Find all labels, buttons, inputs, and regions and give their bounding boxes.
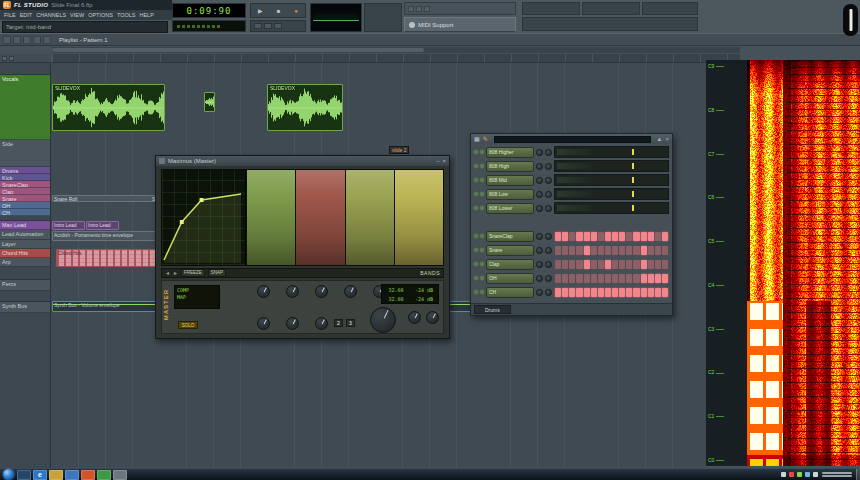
start-button[interactable] (3, 469, 14, 480)
step-cell[interactable] (626, 246, 632, 255)
track-header[interactable]: Lead Automation (0, 230, 50, 240)
playlist-clip[interactable]: Snare Roll Sna (52, 195, 164, 202)
step-area[interactable] (554, 286, 669, 298)
channel-led[interactable] (474, 178, 478, 182)
step-cell[interactable] (662, 246, 668, 255)
close-icon[interactable]: × (442, 158, 446, 164)
pan-knob[interactable] (536, 205, 543, 212)
step-cell[interactable] (576, 246, 582, 255)
playlist-clip[interactable]: Intro Lead (52, 221, 85, 230)
step-cell[interactable] (619, 274, 625, 283)
mid-gain-knob[interactable] (286, 317, 299, 330)
horizontal-scrollbar[interactable] (52, 47, 740, 53)
record-button[interactable]: ● (294, 8, 298, 14)
pan-knob[interactable] (536, 191, 543, 198)
step-cell[interactable] (655, 288, 661, 297)
volume-knob[interactable] (545, 275, 552, 282)
step-cell[interactable] (648, 288, 654, 297)
step-cell[interactable] (648, 246, 654, 255)
step-cell[interactable] (555, 274, 561, 283)
menu-item[interactable]: FILE (4, 12, 16, 18)
playlist-clip[interactable]: Intro Lead (86, 221, 119, 230)
step-cell[interactable] (619, 288, 625, 297)
step-cell[interactable] (641, 288, 647, 297)
step-cell[interactable] (598, 274, 604, 283)
band-meter[interactable] (346, 170, 394, 265)
step-cell[interactable] (626, 274, 632, 283)
tray-icon[interactable] (781, 472, 786, 477)
shortcut-panel-2[interactable] (582, 2, 640, 15)
edit-icon[interactable]: ✎ (483, 136, 488, 142)
maximus-titlebar[interactable]: Maximus (Master) – × (156, 156, 449, 166)
saturation-knob[interactable] (408, 311, 421, 324)
step-cell[interactable] (584, 260, 590, 269)
ratio-chip-2[interactable]: 2 (334, 319, 343, 327)
step-cell[interactable] (598, 232, 604, 241)
step-cell[interactable] (576, 232, 582, 241)
pan-knob[interactable] (536, 289, 543, 296)
shortcut-panel-3[interactable] (642, 2, 698, 15)
step-seq-icon[interactable]: ▦ (474, 136, 480, 142)
pan-knob[interactable] (536, 149, 543, 156)
taskbar-app-icon[interactable] (17, 470, 31, 480)
playlist-clip[interactable]: Chord Hits (56, 249, 160, 267)
pre-gain-knob[interactable] (257, 285, 270, 298)
volume-knob[interactable] (545, 163, 552, 170)
step-area[interactable] (554, 146, 669, 158)
track-header[interactable]: Arp (0, 258, 50, 267)
channel-led[interactable] (474, 206, 478, 210)
step-cell[interactable] (576, 260, 582, 269)
step-cell[interactable] (591, 288, 597, 297)
show-desktop-button[interactable] (856, 469, 860, 480)
step-cell[interactable] (584, 288, 590, 297)
rack-close-icon[interactable]: × (665, 136, 669, 142)
channel-led-2[interactable] (480, 276, 484, 280)
slice-tool-icon[interactable] (33, 36, 41, 44)
track-header[interactable]: Synth Bus (0, 302, 50, 313)
channel-button[interactable]: SnareClap (486, 231, 534, 242)
ratio-chip-3[interactable]: 3 (346, 319, 355, 327)
channel-led[interactable] (474, 192, 478, 196)
minimize-icon[interactable]: – (436, 158, 439, 164)
delete-tool-icon[interactable] (23, 36, 31, 44)
step-cell[interactable] (612, 260, 618, 269)
step-cell[interactable] (584, 274, 590, 283)
step-cell[interactable] (555, 260, 561, 269)
channel-button[interactable]: Clap (486, 259, 534, 270)
channel-led-2[interactable] (480, 178, 484, 182)
tray-icon[interactable] (813, 472, 818, 477)
step-cell[interactable] (626, 288, 632, 297)
shortcut-panel-4[interactable] (522, 17, 698, 31)
step-cell[interactable] (641, 260, 647, 269)
taskbar-app-icon[interactable]: e (33, 470, 47, 480)
volume-knob[interactable] (545, 205, 552, 212)
step-cell[interactable] (655, 274, 661, 283)
channel-button[interactable]: Snare (486, 245, 534, 256)
track-header[interactable]: Max Lead (0, 221, 50, 230)
midi-support-panel[interactable]: MIDI Support (404, 17, 516, 32)
step-cell[interactable] (648, 232, 654, 241)
timeline-ruler[interactable] (52, 54, 740, 63)
channel-led[interactable] (474, 248, 478, 252)
menu-item[interactable]: CHANNELS (36, 12, 66, 18)
detach-icon[interactable]: ▲ (657, 136, 663, 142)
menu-item[interactable]: TOOLS (117, 12, 136, 18)
volume-knob[interactable] (545, 233, 552, 240)
step-cell[interactable] (619, 260, 625, 269)
mix-knob[interactable] (426, 311, 439, 324)
step-cell[interactable] (662, 274, 668, 283)
clip-marker[interactable]: slide 2 (389, 146, 409, 154)
step-cell[interactable] (598, 288, 604, 297)
step-cell[interactable] (655, 246, 661, 255)
channel-led[interactable] (474, 262, 478, 266)
channel-button[interactable]: CH (486, 287, 534, 298)
step-cell[interactable] (598, 246, 604, 255)
song-pattern-toggle[interactable] (250, 20, 306, 32)
step-cell[interactable] (569, 288, 575, 297)
channel-led[interactable] (474, 290, 478, 294)
track-header[interactable]: Snare (0, 195, 50, 202)
step-cell[interactable] (598, 260, 604, 269)
zoom-tool-icon[interactable] (43, 36, 51, 44)
high-gain-knob[interactable] (315, 317, 328, 330)
pan-knob[interactable] (536, 233, 543, 240)
